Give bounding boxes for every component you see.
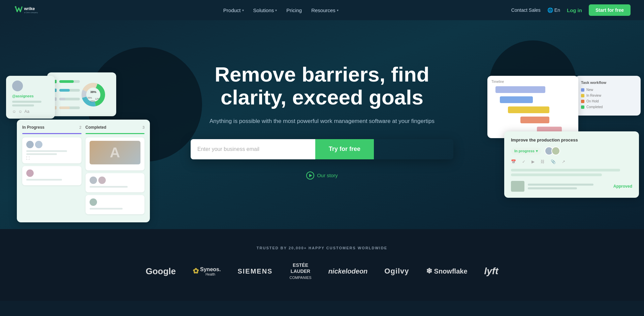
task-thumbnail [511, 181, 524, 192]
donut-chart: 38% 25% 12% 25% [80, 81, 107, 109]
kanban-column-in-progress: In Progress 2 ⛶ [22, 125, 82, 217]
logo[interactable]: wrike a Citrix company [13, 4, 51, 16]
workflow-item: New [581, 88, 635, 92]
task-content-lines [511, 169, 632, 176]
gantt-card: Timeline [487, 76, 578, 138]
email-form: Try for free [191, 139, 453, 159]
gantt-bar-row [491, 86, 574, 93]
workflow-item: On Hold [581, 99, 635, 103]
nav-links: Product ▾ Solutions ▾ Pricing Resources … [223, 7, 339, 13]
kanban-task-card: ⛶ [22, 137, 82, 163]
our-story-link[interactable]: Our story [191, 171, 453, 180]
decorative-line [12, 101, 41, 103]
task-title: Improve the production process [511, 137, 632, 143]
kanban-card: In Progress 2 ⛶ [17, 120, 150, 222]
email-input[interactable] [191, 139, 315, 159]
task-assignees [545, 147, 560, 155]
start-for-free-button[interactable]: Start for free [589, 4, 631, 16]
navbar: wrike a Citrix company Product ▾ Solutio… [0, 0, 644, 20]
hero-section: @assignees ☺ ☺ Aa [0, 20, 644, 229]
gantt-bar-row [491, 117, 574, 123]
card-image: A [90, 141, 141, 164]
text-icon: Aa [25, 109, 30, 114]
link-icon: ⛓ [541, 159, 545, 164]
try-for-free-button[interactable]: Try for free [315, 139, 374, 159]
kanban-column-completed: Completed 3 A [86, 125, 145, 217]
kanban-task-card [86, 173, 145, 192]
task-bottom-row: Approved [511, 181, 632, 192]
play-icon: ▶ [532, 159, 535, 164]
nav-right: Contact Sales 🌐 En Log in Start for free [511, 4, 631, 16]
assignees-card: @assignees ☺ ☺ Aa [6, 76, 55, 119]
svg-text:12%: 12% [95, 98, 100, 100]
chart-row [53, 89, 80, 92]
svg-text:wrike: wrike [24, 6, 35, 11]
play-icon [306, 171, 314, 180]
brand-snowflake: ❄ Snowflake [426, 267, 468, 276]
task-card: Improve the production process In progre… [504, 131, 639, 198]
svg-text:38%: 38% [90, 90, 96, 94]
hero-title: Remove barriers, find clarity, exceed go… [191, 63, 453, 109]
brand-syneos: ✿ Syneos. Health [193, 266, 221, 276]
hero-subtitle: Anything is possible with the most power… [191, 117, 453, 126]
emoji-icon: ☺ [18, 109, 22, 114]
gantt-bars [491, 86, 574, 133]
kanban-task-card [22, 166, 82, 185]
nav-resources[interactable]: Resources ▾ [311, 7, 339, 13]
kanban-columns: In Progress 2 ⛶ [22, 125, 144, 217]
brand-nickelodeon: nickelodeon [328, 267, 368, 275]
language-selector[interactable]: 🌐 En [547, 7, 560, 13]
brand-estee: ESTÉELAUDERCOMPANIES [289, 262, 311, 281]
status-badge: In progress ▾ [511, 148, 541, 155]
calendar-icon: 📅 [511, 159, 516, 164]
contact-sales-link[interactable]: Contact Sales [511, 7, 541, 13]
login-link[interactable]: Log in [567, 7, 582, 13]
brand-ogilvy: Ogilvy [384, 267, 409, 276]
brand-google: Google [146, 266, 176, 277]
check-icon: ✓ [522, 159, 525, 164]
chevron-down-icon: ▾ [242, 8, 244, 12]
task-action-icons: 📅 ✓ ▶ ⛓ 📎 ↗ [511, 159, 632, 164]
trusted-label: TRUSTED BY 20,000+ HAPPY CUSTOMERS WORLD… [13, 246, 631, 250]
share-icon: ↗ [562, 159, 565, 164]
hero-content: Remove barriers, find clarity, exceed go… [191, 63, 453, 180]
svg-text:a Citrix company: a Citrix company [24, 11, 38, 13]
avatar [12, 81, 23, 91]
nav-solutions[interactable]: Solutions ▾ [253, 7, 277, 13]
task-status-row: In progress ▾ [511, 147, 632, 155]
svg-text:25%: 25% [90, 100, 95, 102]
chevron-down-icon: ▾ [337, 8, 339, 12]
kanban-task-card [86, 195, 145, 214]
chart-card: 38% 25% 12% 25% [47, 72, 116, 116]
chart-row [53, 80, 80, 83]
decorative-line [12, 104, 34, 106]
kanban-task-card: A [86, 137, 145, 170]
chart-row [53, 97, 80, 101]
chevron-down-icon: ▾ [275, 8, 277, 12]
brand-lyft: lyft [484, 266, 498, 277]
emoji-icon: ☺ [12, 109, 16, 114]
trusted-section: TRUSTED BY 20,000+ HAPPY CUSTOMERS WORLD… [0, 229, 644, 301]
brand-logo-strip: Google ✿ Syneos. Health SIEMENS ESTÉELAU… [13, 262, 631, 281]
chevron-down-icon: ▾ [536, 149, 538, 153]
globe-icon: 🌐 [547, 7, 553, 13]
nav-pricing[interactable]: Pricing [286, 7, 302, 13]
svg-text:25%: 25% [87, 97, 92, 99]
workflow-item: In Review [581, 94, 635, 97]
paperclip-icon: 📎 [551, 159, 556, 164]
gantt-bar-row [491, 106, 574, 113]
nav-product[interactable]: Product ▾ [223, 7, 244, 13]
approved-label: Approved [613, 184, 632, 189]
icon-row: ☺ ☺ Aa [12, 109, 49, 114]
svg-point-0 [15, 6, 17, 8]
assignees-label: @assignees [12, 94, 49, 98]
gantt-bar-row [491, 96, 574, 103]
workflow-item-completed: Completed [581, 105, 635, 109]
chart-row [53, 106, 80, 109]
brand-siemens: SIEMENS [237, 267, 272, 275]
workflow-card: Task workflow New In Review On Hold Comp… [575, 76, 641, 116]
